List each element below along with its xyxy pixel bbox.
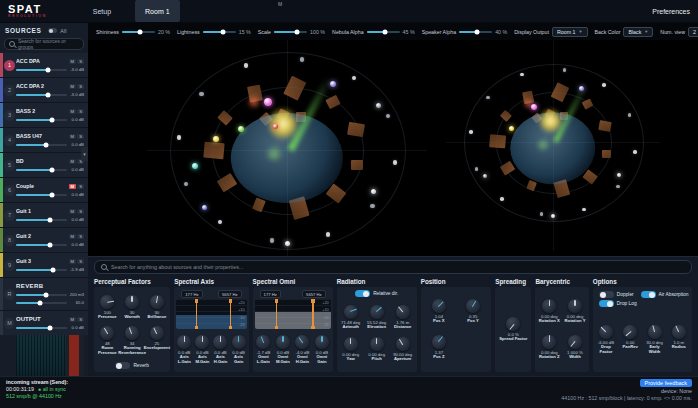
source-number[interactable]: 4 <box>4 135 15 146</box>
sources-filter-toggle[interactable] <box>48 28 57 33</box>
toolbar-slider-nebula-alpha[interactable]: Nebula Alpha45 % <box>332 29 415 35</box>
pos-y-knob[interactable] <box>466 299 480 313</box>
brilliance-knob[interactable] <box>150 295 164 309</box>
omni-eq-display[interactable]: +20+10 -10-20 <box>255 299 331 329</box>
omni-gain-knob[interactable] <box>315 335 329 349</box>
axis-high-freq[interactable]: 5657 Hz <box>218 290 242 298</box>
source-orb[interactable] <box>371 189 376 194</box>
axis-h-gain-knob[interactable] <box>213 335 227 349</box>
solo-button[interactable]: S <box>77 59 84 64</box>
mute-button[interactable]: M <box>69 134 77 139</box>
axis-l-gain-knob[interactable] <box>177 335 191 349</box>
elevation-knob[interactable] <box>370 305 384 319</box>
source-orb[interactable] <box>617 173 621 177</box>
reverb-row[interactable]: RREVERB200 m365.0 <box>0 278 88 311</box>
sidebar-collapse-handle[interactable]: ▾ <box>81 147 88 161</box>
source-orb[interactable] <box>264 98 272 106</box>
yaw-knob[interactable] <box>344 337 358 351</box>
solo-button[interactable]: S <box>77 209 84 214</box>
output-row[interactable]: MOUTPUTMS0.0 dB <box>0 311 88 335</box>
slider-track[interactable] <box>459 31 492 33</box>
spread-factor-knob[interactable] <box>506 317 520 331</box>
properties-search-input[interactable]: Search for anything about sources and th… <box>94 260 692 274</box>
omni-high-freq[interactable]: 5657 Hz <box>302 290 326 298</box>
drop-factor-knob[interactable] <box>599 325 613 339</box>
pitch-knob[interactable] <box>370 337 384 351</box>
slider-track[interactable] <box>367 31 400 33</box>
mute-button[interactable]: M <box>69 84 77 89</box>
gain-slider[interactable] <box>16 327 67 329</box>
omni-m-gain-knob[interactable] <box>276 335 290 349</box>
slider-track[interactable] <box>274 31 307 33</box>
preferences-button[interactable]: Preferences <box>652 8 690 15</box>
source-row-acc-dpa-2[interactable]: 2ACC DPA 2MS-3.0 dB <box>0 78 88 103</box>
solo-button[interactable]: S <box>77 317 84 322</box>
running-reverberance-knob[interactable] <box>125 326 139 340</box>
width-knob[interactable] <box>568 335 582 349</box>
slider-track[interactable] <box>203 31 236 33</box>
omni-h-gain-knob[interactable] <box>295 335 309 349</box>
mute-button[interactable]: M <box>69 234 77 239</box>
axis-gain-knob[interactable] <box>232 335 246 349</box>
axis-low-marker[interactable] <box>196 299 198 329</box>
mute-button[interactable]: M <box>69 59 77 64</box>
sources-filter-all[interactable]: All <box>60 28 66 34</box>
pos-z-knob[interactable] <box>432 335 446 349</box>
warmth-knob[interactable] <box>125 295 139 309</box>
room-presence-knob[interactable] <box>100 326 114 340</box>
source-row-bass-2[interactable]: 3BASS 2MS0.0 dB <box>0 103 88 128</box>
azimuth-knob[interactable] <box>344 305 358 319</box>
gain-slider[interactable] <box>16 194 67 196</box>
tab-room1[interactable]: Room 1 <box>135 0 180 22</box>
relative-dir-toggle[interactable] <box>355 290 370 297</box>
radius-knob[interactable] <box>672 325 686 339</box>
toolbar-slider-speaker-alpha[interactable]: Speaker Alpha40 % <box>422 29 508 35</box>
slider-thumb[interactable] <box>294 29 299 34</box>
source-number[interactable]: 7 <box>4 210 15 221</box>
drop-log-toggle[interactable] <box>599 300 614 307</box>
source-orb[interactable] <box>330 81 336 87</box>
pos-x-knob[interactable] <box>432 299 446 313</box>
early-width-knob[interactable] <box>648 325 662 339</box>
mute-button[interactable]: M <box>69 109 77 114</box>
output-number[interactable]: M <box>4 318 15 329</box>
source-number[interactable]: 8 <box>4 235 15 246</box>
source-number[interactable]: 5 <box>4 160 15 171</box>
omni-l-gain-knob[interactable] <box>256 335 270 349</box>
gain-slider[interactable] <box>16 144 67 146</box>
slider-thumb[interactable] <box>475 29 480 34</box>
mute-button[interactable]: M <box>69 259 77 264</box>
source-orb[interactable] <box>531 104 537 110</box>
mute-button[interactable]: M <box>69 184 77 189</box>
solo-button[interactable]: S <box>77 234 84 239</box>
gain-slider[interactable] <box>16 269 67 271</box>
solo-button[interactable]: S <box>77 184 84 189</box>
back-color-select[interactable]: Black▼ <box>623 27 653 37</box>
source-row-bass-u47[interactable]: 4BASS U47MS0.0 dB <box>0 128 88 153</box>
axis-eq-display[interactable]: +20+10 -10-20 <box>176 299 246 329</box>
reverb-toggle[interactable] <box>115 362 130 369</box>
source-orb[interactable] <box>509 126 514 131</box>
toolbar-slider-shininess[interactable]: Shininess20 % <box>96 29 170 35</box>
tab-setup[interactable]: Setup <box>83 4 121 19</box>
gain-slider[interactable] <box>16 219 67 221</box>
solo-button[interactable]: S <box>77 134 84 139</box>
source-number[interactable]: 9 <box>4 260 15 271</box>
slider-thumb[interactable] <box>221 29 226 34</box>
toolbar-slider-scale[interactable]: Scale100 % <box>258 29 325 35</box>
omni-low-marker[interactable] <box>276 299 278 329</box>
gain-slider[interactable] <box>16 302 67 304</box>
mute-button[interactable]: M <box>69 159 77 164</box>
gain-slider[interactable] <box>16 69 67 71</box>
rotation-y-knob[interactable] <box>568 299 582 313</box>
gain-slider[interactable] <box>16 169 67 171</box>
provide-feedback-button[interactable]: Provide feedback <box>640 379 693 387</box>
gain-slider[interactable] <box>16 294 67 296</box>
axis-m-gain-knob[interactable] <box>195 335 209 349</box>
reverb-number[interactable]: R <box>4 289 15 300</box>
gain-slider[interactable] <box>16 244 67 246</box>
solo-button[interactable]: S <box>77 109 84 114</box>
air-absorption-toggle[interactable] <box>641 291 656 298</box>
source-row-couple[interactable]: 6CoupleMS0.0 dB <box>0 178 88 203</box>
source-number[interactable]: 6 <box>4 185 15 196</box>
